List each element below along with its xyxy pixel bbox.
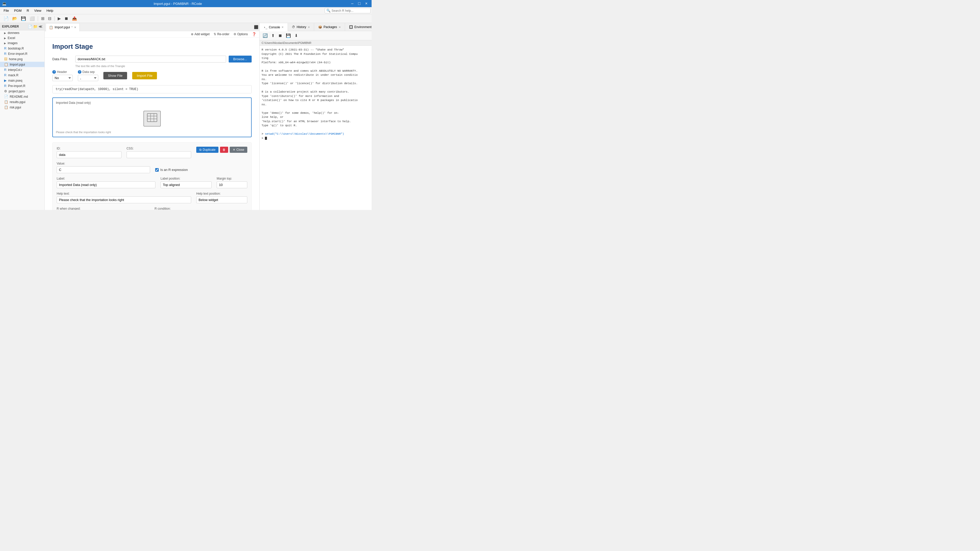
- toolbar-separator-2: [54, 16, 55, 21]
- window-title: Import.pgui - PGMIBNR - RCode: [154, 2, 202, 6]
- fullscreen-button[interactable]: ⬛: [254, 25, 258, 29]
- css-input[interactable]: [127, 151, 191, 158]
- sidebar-item-bootstrap[interactable]: R bootstrap.R: [0, 46, 45, 51]
- stop-console-button[interactable]: ⏹: [277, 33, 283, 38]
- export-button[interactable]: 📤: [70, 15, 79, 22]
- packages-tab-close[interactable]: ✕: [339, 26, 341, 29]
- sidebar-item-home-png[interactable]: 🖼 home.png: [0, 56, 45, 62]
- console-line-14: line help, or: [262, 115, 369, 119]
- add-widget-button[interactable]: ⊕ Add widget: [191, 32, 210, 36]
- page-fullscreen-button[interactable]: ❓: [252, 32, 256, 36]
- sidebar-item-import-pgui[interactable]: 📋 Import.pgui: [0, 62, 45, 67]
- sidebar-item-interpcol[interactable]: R interpCol.r: [0, 67, 45, 73]
- reorder-button[interactable]: ⇅ Re-order: [213, 32, 229, 36]
- download-button[interactable]: ⬇: [293, 33, 299, 38]
- menu-file[interactable]: File: [1, 8, 11, 13]
- show-file-button[interactable]: Show File: [103, 72, 127, 79]
- new-file-button[interactable]: 📄: [2, 15, 10, 22]
- delete-button[interactable]: 🗑: [220, 147, 228, 153]
- sidebar-item-donnees[interactable]: ▶ donnees: [0, 30, 45, 35]
- imported-data-label: Imported Data (read only): [56, 101, 248, 105]
- sidebar-item-main[interactable]: ▶ main.pseq: [0, 78, 45, 83]
- search-input[interactable]: [331, 9, 367, 13]
- minimize-button[interactable]: –: [349, 0, 355, 7]
- title-bar: 💻 Import.pgui - PGMIBNR - RCode – □ ×: [0, 0, 372, 7]
- split-vertical-button[interactable]: ⊟: [46, 15, 53, 22]
- close-button[interactable]: ×: [363, 0, 369, 7]
- sidebar-item-risk[interactable]: 📋 risk.pgui: [0, 105, 45, 110]
- value-input[interactable]: [57, 166, 150, 173]
- sidebar-item-results[interactable]: 📋 results.pgui: [0, 99, 45, 105]
- sidebar-item-mack[interactable]: R mack.R: [0, 73, 45, 78]
- refresh-button[interactable]: 🔄: [262, 33, 269, 38]
- tab-close-button[interactable]: ✕: [74, 26, 76, 29]
- menu-view[interactable]: View: [32, 8, 44, 13]
- pgui-file-icon: 📋: [4, 62, 8, 66]
- open-button[interactable]: 📂: [11, 15, 19, 22]
- tab-packages[interactable]: 📦 Packages ✕: [314, 23, 345, 31]
- console-line-7: ns.: [262, 77, 369, 82]
- main-layout: EXPLORER 📄 📁 ≪ ▶ donnees ▶ Excel ▶ image…: [0, 23, 372, 210]
- sidebar-item-images[interactable]: ▶ images: [0, 41, 45, 46]
- close-prop-button[interactable]: ✕ Close: [230, 147, 247, 153]
- data-files-hint: The text file with the data of the Trian…: [75, 65, 251, 68]
- sidebar-item-error-import[interactable]: R Error-import.R: [0, 51, 45, 56]
- new-folder-icon[interactable]: 📁: [33, 24, 38, 29]
- search-box[interactable]: 🔍: [325, 8, 371, 13]
- save-console-button[interactable]: 💾: [285, 33, 292, 38]
- sidebar-item-label: risk.pgui: [10, 106, 21, 109]
- console-line-9: R is a collaborative project with many c…: [262, 90, 369, 94]
- upload-button[interactable]: ⬆: [270, 33, 275, 38]
- r-when-changed-group: R when changed:: [57, 207, 150, 210]
- label-position-select[interactable]: Top aligned Left aligned Right aligned: [161, 181, 212, 188]
- console-content: R version 4.0.5 (2021-03-31) -- "Shake a…: [259, 46, 372, 210]
- split-button[interactable]: ⊞: [40, 15, 46, 22]
- data-sep-select[interactable]: , ; \t: [78, 75, 98, 81]
- sidebar-item-excel[interactable]: ▶ Excel: [0, 35, 45, 41]
- new-file-icon[interactable]: 📄: [28, 24, 32, 29]
- r-condition-label: R condition:: [155, 207, 248, 210]
- label-input[interactable]: [57, 181, 156, 188]
- menu-pgm[interactable]: PGM: [11, 8, 24, 13]
- header-select[interactable]: No Yes: [52, 75, 73, 81]
- sidebar-item-project[interactable]: ⚙ project.ppro: [0, 89, 45, 94]
- page-title: Import Stage: [52, 43, 251, 51]
- maximize-button[interactable]: □: [356, 0, 363, 7]
- editor-tab[interactable]: 📋 Import.pgui * ✕: [46, 23, 80, 32]
- save-button[interactable]: 💾: [19, 15, 27, 22]
- options-label: Options: [237, 32, 248, 36]
- margin-top-input[interactable]: [217, 181, 247, 188]
- console-line-8: Type 'license()' or 'licence()' for dist…: [262, 81, 369, 86]
- tab-history[interactable]: ⏱ History ✕: [288, 23, 314, 31]
- options-button[interactable]: ⚙ Options: [234, 32, 248, 36]
- tab-environment[interactable]: 🔲 Environment ✕: [345, 23, 372, 31]
- run-button[interactable]: ▶: [56, 15, 62, 22]
- menu-help[interactable]: Help: [44, 8, 56, 13]
- path-display: C:\Users\Nicolas\Documents\PGMIBNR: [259, 40, 372, 46]
- save-all-button[interactable]: ⬜: [28, 15, 36, 22]
- sidebar-item-pre-import[interactable]: R Pre-import.R: [0, 83, 45, 89]
- history-tab-close[interactable]: ✕: [308, 26, 310, 29]
- tab-console[interactable]: ›_ Console ✕: [259, 23, 288, 32]
- collapse-icon[interactable]: ≪: [38, 24, 42, 29]
- is-r-expr-checkbox[interactable]: [155, 168, 159, 171]
- console-tab-close[interactable]: ✕: [282, 26, 283, 29]
- help-text-input[interactable]: [57, 197, 191, 203]
- right-panel-tabs: ›_ Console ✕ ⏱ History ✕ 📦 Packages ✕ 🔲 …: [259, 23, 372, 31]
- console-prompt-line[interactable]: >: [262, 136, 369, 141]
- menu-r[interactable]: R: [24, 8, 32, 13]
- header-help-icon[interactable]: ?: [52, 70, 56, 74]
- id-input[interactable]: [57, 151, 121, 158]
- data-sep-help-icon[interactable]: ?: [78, 70, 81, 74]
- duplicate-button[interactable]: ⧉ Duplicate: [196, 147, 218, 153]
- explorer-label: EXPLORER: [2, 25, 19, 28]
- value-group: Value:: [57, 162, 150, 173]
- r-row: R when changed: R condition:: [57, 207, 247, 210]
- stop-button[interactable]: ⏹: [63, 16, 70, 22]
- help-text-position-select[interactable]: Below widget Above widget: [196, 197, 247, 203]
- data-files-input[interactable]: [75, 56, 226, 62]
- sidebar-item-label: mack.R: [8, 73, 18, 77]
- sidebar-item-readme[interactable]: 📄 README.md: [0, 94, 45, 99]
- browse-button[interactable]: Browse...: [229, 56, 251, 62]
- import-file-button[interactable]: Import File: [132, 72, 157, 79]
